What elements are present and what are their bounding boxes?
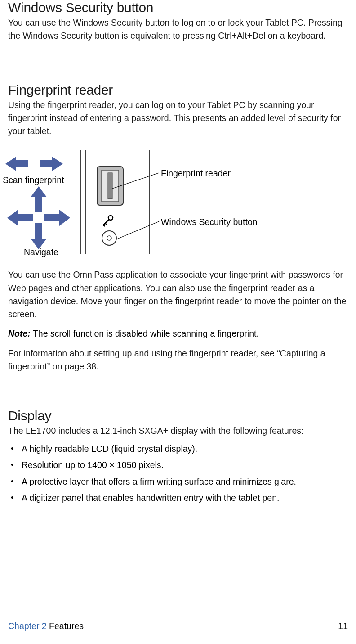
- svg-marker-5: [44, 210, 70, 226]
- paragraph-display-intro: The LE1700 includes a 12.1-inch SXGA+ di…: [8, 424, 348, 437]
- paragraph-see-capturing: For information about setting up and usi…: [8, 347, 348, 374]
- heading-fingerprint-reader: Fingerprint reader: [8, 82, 348, 98]
- callout-lines-icon: [107, 168, 160, 245]
- note-body: The scroll function is disabled while sc…: [31, 329, 259, 338]
- footer-chapter-name: Features: [47, 621, 84, 631]
- svg-marker-0: [5, 157, 28, 171]
- svg-line-15: [103, 225, 105, 226]
- note-scroll-disabled: Note: The scroll function is disabled wh…: [8, 327, 348, 340]
- scan-arrows-icon: [5, 154, 68, 174]
- svg-marker-1: [40, 157, 63, 171]
- svg-marker-4: [7, 210, 33, 226]
- svg-marker-2: [31, 186, 47, 212]
- paragraph-omnipass: You can use the OmniPass application to …: [8, 268, 348, 321]
- list-item: A digitizer panel that enables handwritt…: [8, 491, 348, 504]
- svg-line-18: [112, 173, 159, 189]
- list-item: Resolution up to 1400 × 1050 pixels.: [8, 458, 348, 472]
- svg-line-19: [116, 221, 159, 239]
- navigate-label: Navigate: [24, 247, 58, 257]
- display-feature-list: A highly readable LCD (liquid crystal di…: [8, 442, 348, 504]
- list-item: A highly readable LCD (liquid crystal di…: [8, 442, 348, 455]
- svg-line-14: [105, 223, 107, 225]
- footer-page-number: 11: [338, 621, 348, 631]
- paragraph-fingerprint-intro: Using the fingerprint reader, you can lo…: [8, 99, 348, 138]
- list-item: A protective layer that offers a firm wr…: [8, 475, 348, 488]
- page-footer: Chapter 2 Features 11: [8, 621, 348, 631]
- scan-fingerprint-label: Scan fingerprint: [3, 175, 64, 185]
- footer-chapter-label: Chapter 2: [8, 621, 47, 631]
- fingerprint-reader-callout-label: Fingerprint reader: [161, 168, 231, 179]
- fingerprint-diagram: Scan fingerprint Navigate: [8, 150, 348, 258]
- paragraph-windows-security: You can use the Windows Security button …: [8, 16, 348, 43]
- note-label: Note:: [8, 329, 31, 338]
- heading-windows-security: Windows Security button: [8, 0, 348, 15]
- navigate-arrows-icon: [7, 186, 70, 249]
- windows-security-callout-label: Windows Security button: [161, 217, 258, 227]
- heading-display: Display: [8, 408, 348, 423]
- svg-marker-3: [31, 223, 47, 249]
